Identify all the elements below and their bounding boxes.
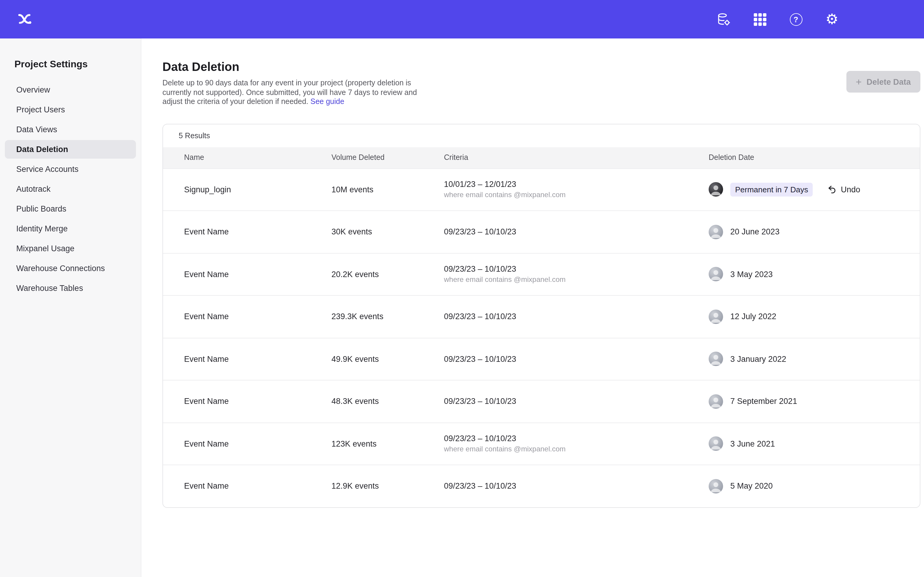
criteria-cell: 09/23/23 – 10/10/23where email contains … bbox=[444, 434, 709, 453]
sidebar-item-service-accounts[interactable]: Service Accounts bbox=[5, 160, 136, 179]
sidebar-item-warehouse-connections[interactable]: Warehouse Connections bbox=[5, 259, 136, 278]
settings-gear-icon[interactable]: ⚙ bbox=[824, 11, 840, 27]
sidebar-item-autotrack[interactable]: Autotrack bbox=[5, 180, 136, 198]
criteria-date-range: 09/23/23 – 10/10/23 bbox=[444, 355, 709, 364]
volume-deleted-cell: 49.9K events bbox=[331, 355, 444, 364]
sidebar-item-mixpanel-usage[interactable]: Mixpanel Usage bbox=[5, 239, 136, 258]
deletion-date-cell: 20 June 2023 bbox=[709, 225, 899, 239]
volume-deleted-cell: 20.2K events bbox=[331, 270, 444, 279]
deletion-date-cell: 3 January 2022 bbox=[709, 352, 899, 366]
plus-icon: + bbox=[856, 77, 862, 87]
criteria-cell: 09/23/23 – 10/10/23 bbox=[444, 355, 709, 364]
sidebar-item-overview[interactable]: Overview bbox=[5, 81, 136, 99]
volume-deleted-cell: 123K events bbox=[331, 439, 444, 448]
top-navigation-bar: ? ⚙ bbox=[0, 0, 924, 39]
criteria-date-range: 09/23/23 – 10/10/23 bbox=[444, 434, 709, 443]
help-glyph: ? bbox=[790, 13, 802, 26]
user-avatar bbox=[709, 352, 723, 366]
data-settings-icon[interactable] bbox=[716, 11, 732, 27]
column-header-name: Name bbox=[184, 153, 331, 162]
deletion-date-text: 3 May 2023 bbox=[730, 270, 773, 279]
criteria-date-range: 09/23/23 – 10/10/23 bbox=[444, 265, 709, 274]
deletion-date-text: 5 May 2020 bbox=[730, 482, 773, 491]
criteria-date-range: 09/23/23 – 10/10/23 bbox=[444, 227, 709, 237]
sidebar-item-data-deletion[interactable]: Data Deletion bbox=[5, 140, 136, 159]
criteria-date-range: 09/23/23 – 10/10/23 bbox=[444, 312, 709, 321]
table-row: Event Name48.3K events09/23/23 – 10/10/2… bbox=[163, 380, 920, 422]
deletion-date-text: 12 July 2022 bbox=[730, 312, 776, 321]
deletion-date-cell: 7 September 2021 bbox=[709, 394, 899, 409]
event-name-cell: Event Name bbox=[184, 482, 331, 491]
help-icon[interactable]: ? bbox=[788, 11, 804, 27]
criteria-date-range: 10/01/23 – 12/01/23 bbox=[444, 180, 709, 189]
criteria-filter-subtext: where email contains @mixpanel.com bbox=[444, 276, 709, 284]
deletion-date-cell: Permanent in 7 DaysUndo bbox=[709, 182, 899, 197]
event-name-cell: Event Name bbox=[184, 397, 331, 406]
user-avatar bbox=[709, 394, 723, 409]
deletion-date-cell: 3 May 2023 bbox=[709, 267, 899, 282]
permanent-deletion-badge: Permanent in 7 Days bbox=[730, 183, 813, 197]
criteria-cell: 09/23/23 – 10/10/23 bbox=[444, 227, 709, 237]
deletion-date-cell: 3 June 2021 bbox=[709, 437, 899, 451]
criteria-filter-subtext: where email contains @mixpanel.com bbox=[444, 191, 709, 199]
user-avatar bbox=[709, 309, 723, 324]
user-avatar bbox=[709, 479, 723, 493]
table-row: Event Name20.2K events09/23/23 – 10/10/2… bbox=[163, 253, 920, 295]
criteria-cell: 10/01/23 – 12/01/23where email contains … bbox=[444, 180, 709, 199]
deletion-date-cell: 5 May 2020 bbox=[709, 479, 899, 493]
user-avatar bbox=[709, 267, 723, 282]
page-description-text: Delete up to 90 days data for any event … bbox=[162, 79, 417, 106]
table-body: Signup_login10M events10/01/23 – 12/01/2… bbox=[163, 168, 920, 507]
main-content: Data Deletion Delete up to 90 days data … bbox=[141, 39, 924, 577]
deletion-table-card: 5 Results NameVolume DeletedCriteriaDele… bbox=[162, 124, 921, 508]
sidebar-item-identity-merge[interactable]: Identity Merge bbox=[5, 219, 136, 238]
sidebar-item-warehouse-tables[interactable]: Warehouse Tables bbox=[5, 279, 136, 298]
undo-button[interactable]: Undo bbox=[823, 184, 864, 195]
column-header-volume-deleted: Volume Deleted bbox=[331, 153, 444, 162]
page-header: Data Deletion Delete up to 90 days data … bbox=[162, 60, 430, 107]
volume-deleted-cell: 30K events bbox=[331, 227, 444, 237]
volume-deleted-cell: 239.3K events bbox=[331, 312, 444, 321]
sidebar-item-public-boards[interactable]: Public Boards bbox=[5, 200, 136, 218]
topbar-actions: ? ⚙ bbox=[716, 11, 840, 27]
app-window: ? ⚙ Project Settings OverviewProject Use… bbox=[0, 0, 924, 577]
volume-deleted-cell: 10M events bbox=[331, 185, 444, 194]
sidebar-item-project-users[interactable]: Project Users bbox=[5, 100, 136, 119]
event-name-cell: Event Name bbox=[184, 312, 331, 321]
criteria-filter-subtext: where email contains @mixpanel.com bbox=[444, 445, 709, 453]
deletion-date-text: 7 September 2021 bbox=[730, 397, 797, 406]
column-header-deletion-date: Deletion Date bbox=[709, 153, 899, 162]
table-row: Signup_login10M events10/01/23 – 12/01/2… bbox=[163, 168, 920, 210]
delete-data-button[interactable]: + Delete Data bbox=[846, 71, 921, 93]
criteria-cell: 09/23/23 – 10/10/23 bbox=[444, 312, 709, 321]
sidebar: Project Settings OverviewProject UsersDa… bbox=[0, 39, 141, 577]
results-count: 5 Results bbox=[163, 124, 920, 147]
gear-glyph: ⚙ bbox=[825, 12, 838, 26]
criteria-cell: 09/23/23 – 10/10/23 bbox=[444, 397, 709, 406]
deletion-date-cell: 12 July 2022 bbox=[709, 309, 899, 324]
table-row: Event Name49.9K events09/23/23 – 10/10/2… bbox=[163, 337, 920, 380]
event-name-cell: Event Name bbox=[184, 270, 331, 279]
page-description: Delete up to 90 days data for any event … bbox=[162, 79, 430, 107]
table-row: Event Name30K events09/23/23 – 10/10/232… bbox=[163, 210, 920, 253]
event-name-cell: Event Name bbox=[184, 439, 331, 448]
event-name-cell: Signup_login bbox=[184, 185, 331, 194]
table-row: Event Name12.9K events09/23/23 – 10/10/2… bbox=[163, 464, 920, 507]
user-avatar bbox=[709, 225, 723, 239]
criteria-cell: 09/23/23 – 10/10/23where email contains … bbox=[444, 265, 709, 284]
user-avatar bbox=[709, 437, 723, 451]
sidebar-nav: OverviewProject UsersData ViewsData Dele… bbox=[0, 81, 141, 298]
sidebar-title: Project Settings bbox=[0, 59, 141, 79]
column-header-criteria: Criteria bbox=[444, 153, 709, 162]
mixpanel-logo-icon[interactable] bbox=[17, 11, 32, 27]
sidebar-item-data-views[interactable]: Data Views bbox=[5, 120, 136, 139]
criteria-date-range: 09/23/23 – 10/10/23 bbox=[444, 482, 709, 491]
see-guide-link[interactable]: See guide bbox=[310, 97, 344, 106]
deletion-date-text: 20 June 2023 bbox=[730, 227, 780, 237]
apps-grid-icon[interactable] bbox=[752, 11, 767, 27]
table-header-row: NameVolume DeletedCriteriaDeletion Date bbox=[163, 147, 920, 168]
deletion-date-text: 3 January 2022 bbox=[730, 355, 786, 364]
deletion-date-text: 3 June 2021 bbox=[730, 439, 775, 448]
event-name-cell: Event Name bbox=[184, 355, 331, 364]
page-title: Data Deletion bbox=[162, 60, 430, 74]
